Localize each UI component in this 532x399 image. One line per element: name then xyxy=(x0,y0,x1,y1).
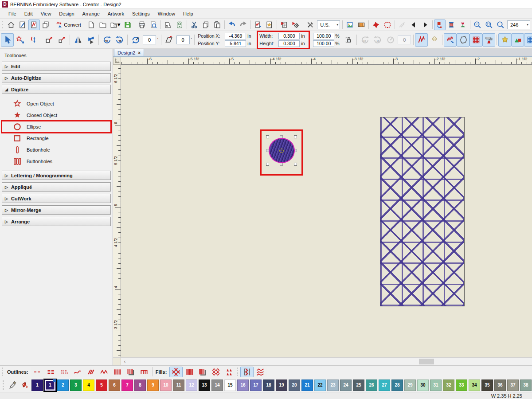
sidebar-section-mirror-merge[interactable]: ▷Mirror-Merge xyxy=(2,205,111,215)
fill-motif-button[interactable] xyxy=(223,367,236,377)
outline-sculpture-button[interactable] xyxy=(58,367,71,377)
show-outlines-button[interactable] xyxy=(457,33,469,47)
scale-center-button[interactable] xyxy=(55,33,68,47)
color-swatch-33[interactable]: 33 xyxy=(456,379,467,391)
thread-colors-button[interactable] xyxy=(446,20,457,30)
skew-angle-input[interactable] xyxy=(176,35,190,44)
color-swatch-8[interactable]: 8 xyxy=(134,379,146,391)
rotate-cw-45-button[interactable]: 45 xyxy=(113,33,126,47)
color-swatch-21[interactable]: 21 xyxy=(301,379,313,391)
color-swatch-7[interactable]: 7 xyxy=(121,379,133,391)
color-swatch-28[interactable]: 28 xyxy=(391,379,403,391)
selection-handle[interactable] xyxy=(280,163,283,166)
copy-button[interactable] xyxy=(200,20,211,30)
color-swatch-18[interactable]: 18 xyxy=(263,379,274,391)
menu-artwork[interactable]: Artwork xyxy=(104,10,128,18)
outline-open-object-button[interactable] xyxy=(137,367,151,377)
save-design-button[interactable] xyxy=(122,20,133,30)
options-button[interactable] xyxy=(290,20,301,30)
undo-button[interactable] xyxy=(226,20,238,30)
menu-edit[interactable]: Edit xyxy=(20,10,37,18)
color-swatch-2[interactable]: 2 xyxy=(57,379,69,391)
menu-file[interactable]: File xyxy=(4,10,20,18)
show-vectors-button[interactable] xyxy=(511,33,524,47)
menu-view[interactable]: View xyxy=(37,10,55,18)
print-button[interactable] xyxy=(136,20,148,30)
units-combo[interactable]: U.S.▾ xyxy=(317,20,340,29)
color-swatch-14[interactable]: 14 xyxy=(211,379,223,391)
new-design-button[interactable] xyxy=(86,20,97,30)
outline-stemstitch-button[interactable] xyxy=(84,367,98,377)
color-swatch-24[interactable]: 24 xyxy=(340,379,352,391)
color-swatch-23[interactable]: 23 xyxy=(327,379,339,391)
tool-rectangle[interactable]: Rectangle xyxy=(2,133,111,144)
fill-satin-button[interactable] xyxy=(183,367,196,377)
tool-ellipse[interactable]: Ellipse xyxy=(2,121,111,133)
show-grid-overlay-button[interactable] xyxy=(524,33,532,47)
slow-redraw-button[interactable] xyxy=(396,20,408,30)
rotate-15-ccw-button[interactable]: 15 xyxy=(358,33,371,47)
scrollbar-thumb[interactable] xyxy=(419,359,434,364)
fill-bucket-tool[interactable] xyxy=(20,379,30,391)
color-swatch-19[interactable]: 19 xyxy=(276,379,287,391)
lattice-fill-object[interactable] xyxy=(380,117,465,306)
color-swatch-32[interactable]: 32 xyxy=(443,379,454,391)
tool-buttonholes[interactable]: Buttonholes xyxy=(2,156,111,167)
selected-color-swatch[interactable]: 1 xyxy=(44,379,56,391)
lock-aspect-button[interactable] xyxy=(342,33,355,47)
show-needle-points-button[interactable] xyxy=(469,33,482,47)
color-swatch-15[interactable]: 15 xyxy=(224,379,236,391)
outline-backstitch-button[interactable] xyxy=(71,367,84,377)
stitch-player-button[interactable] xyxy=(370,20,382,30)
color-swatch-34[interactable]: 34 xyxy=(469,379,480,391)
rotate-15-cw-button[interactable]: 15 xyxy=(371,33,384,47)
color-swatch-16[interactable]: 16 xyxy=(237,379,249,391)
position-y-input[interactable] xyxy=(225,40,246,47)
transform-node-button[interactable] xyxy=(27,33,39,47)
rotate-tool-button[interactable] xyxy=(129,33,142,47)
write-to-machine-button[interactable] xyxy=(162,20,174,30)
zoom-level-combo[interactable]: 246▾ xyxy=(507,20,530,29)
fill-lattice-button[interactable] xyxy=(169,367,183,377)
color-change-button[interactable] xyxy=(434,20,446,30)
design-properties-button[interactable] xyxy=(278,20,290,30)
mirror-horizontal-button[interactable] xyxy=(71,33,84,47)
sidebar-section-appliqu-[interactable]: ▷Appliqué xyxy=(2,182,111,192)
send-to-hoop-button[interactable] xyxy=(174,20,185,30)
fill-raised-satin-button[interactable] xyxy=(196,367,209,377)
rotate-dial-button[interactable] xyxy=(384,33,397,47)
zoom-to-fit-button[interactable] xyxy=(483,20,495,30)
color-swatch-36[interactable]: 36 xyxy=(494,379,506,391)
show-connectors-button[interactable] xyxy=(482,33,495,47)
menu-help[interactable]: Help xyxy=(179,10,197,18)
color-swatch-3[interactable]: 3 xyxy=(70,379,82,391)
scale-y-input[interactable] xyxy=(313,40,334,47)
paste-button[interactable] xyxy=(211,20,223,30)
print-preview-button[interactable] xyxy=(148,20,159,30)
design-canvas[interactable] xyxy=(121,65,532,357)
my-threads-button[interactable] xyxy=(457,20,469,30)
previous-color-button[interactable] xyxy=(408,20,419,30)
current-color-swatch[interactable]: 1 xyxy=(31,379,43,391)
scroll-left-button[interactable]: ‹ xyxy=(121,358,129,365)
color-swatch-20[interactable]: 20 xyxy=(289,379,300,391)
reshape-button[interactable] xyxy=(14,33,27,47)
color-swatch-6[interactable]: 6 xyxy=(109,379,120,391)
film-strip-button[interactable] xyxy=(356,20,367,30)
color-swatch-29[interactable]: 29 xyxy=(404,379,416,391)
height-input[interactable] xyxy=(278,40,300,47)
selection-handle[interactable] xyxy=(294,163,297,166)
outline-zigzag-button[interactable] xyxy=(98,367,111,377)
tab-design2[interactable]: Design2 × xyxy=(114,49,144,56)
scale-x-input[interactable] xyxy=(313,33,334,39)
redo-button[interactable] xyxy=(238,20,249,30)
show-stitches-button[interactable] xyxy=(444,33,457,47)
cut-button[interactable] xyxy=(188,20,200,30)
rotate-ccw-45-button[interactable]: 45 xyxy=(100,33,113,47)
scrollbar-track[interactable] xyxy=(129,358,532,365)
show-hoop-button[interactable] xyxy=(382,20,393,30)
multi-hooping-button[interactable] xyxy=(40,20,51,30)
open-recent-button[interactable]: ▾ xyxy=(109,20,122,30)
color-swatch-31[interactable]: 31 xyxy=(430,379,442,391)
color-swatch-37[interactable]: 37 xyxy=(507,379,519,391)
